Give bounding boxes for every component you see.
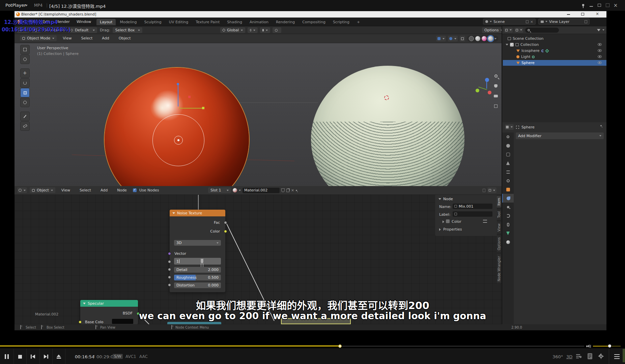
viewport-menu-object[interactable]: Object (115, 36, 134, 40)
color-swatch[interactable] (446, 219, 450, 223)
tab-object-icon[interactable] (502, 185, 514, 194)
outliner-row-collection[interactable]: Collection (506, 42, 539, 48)
minimize-icon[interactable] (590, 6, 593, 7)
outliner-row-sphere[interactable]: Sphere (516, 60, 535, 66)
tab-particles-icon[interactable] (502, 203, 514, 211)
tab-world-icon[interactable] (502, 176, 514, 185)
list-icon[interactable] (483, 220, 487, 223)
fullscreen-icon[interactable] (606, 3, 609, 7)
detail-slider[interactable]: Detail 2.000 (174, 267, 221, 273)
blender-minimize-icon[interactable] (567, 14, 570, 15)
tab-tool[interactable]: Tool (497, 209, 501, 220)
move-view-icon[interactable] (493, 83, 499, 89)
expand-icon[interactable] (439, 228, 441, 231)
proportional-edit-icon[interactable] (273, 27, 281, 33)
tool-measure[interactable] (20, 121, 30, 131)
outliner-filter-mode-icon[interactable] (515, 28, 523, 33)
tab-material-icon[interactable] (502, 238, 514, 246)
tab-shading[interactable]: Shading (224, 19, 246, 25)
eye-icon[interactable] (598, 49, 602, 52)
stop-button[interactable] (13, 349, 26, 364)
mode-dropdown[interactable]: Object Mode (20, 35, 57, 41)
subtitle-panel-icon[interactable] (588, 353, 592, 359)
expand-icon[interactable] (443, 220, 444, 223)
tab-item[interactable]: Item (497, 196, 501, 208)
camera-view-icon[interactable] (493, 93, 499, 99)
panel-collapse-icon[interactable] (438, 198, 441, 200)
tool-select-box[interactable] (20, 45, 30, 54)
tab-view[interactable]: View (497, 221, 501, 234)
settings-gear-icon[interactable] (598, 354, 604, 359)
tab-data-icon[interactable] (502, 229, 514, 238)
blender-restore-icon[interactable] (581, 13, 584, 16)
unlink-scene-icon[interactable]: × (530, 20, 533, 24)
pin-material-icon[interactable] (296, 190, 297, 191)
shading-wireframe-icon[interactable] (469, 36, 474, 41)
new-scene-icon[interactable] (526, 20, 529, 23)
tab-physics-icon[interactable] (502, 211, 514, 220)
shader-mode-dropdown[interactable]: Object (30, 187, 55, 193)
zoom-view-icon[interactable] (493, 73, 499, 79)
tab-scripting[interactable]: Scripting (330, 19, 353, 25)
viewport-3d[interactable]: User Perspective (1) Collection | Sphere (15, 43, 502, 186)
light-power-handle[interactable] (188, 96, 191, 98)
distortion-slider[interactable]: Distortion 0.000 (174, 282, 221, 288)
volume-remaining[interactable] (612, 346, 621, 346)
fake-user-shield-icon[interactable] (281, 188, 285, 192)
restore-icon[interactable] (598, 4, 601, 7)
snap-magnet-icon[interactable] (260, 27, 270, 33)
fac-socket[interactable] (224, 221, 227, 224)
add-modifier-dropdown[interactable]: Add Modifier (516, 132, 604, 139)
perspective-toggle-icon[interactable] (493, 103, 499, 109)
tool-transform[interactable] (20, 98, 30, 107)
properties-breadcrumb-icon[interactable] (505, 124, 514, 130)
outliner-search-input[interactable] (525, 28, 559, 33)
editor-type-icon[interactable] (17, 187, 27, 193)
gizmo-x-handle[interactable] (202, 107, 204, 109)
viewport-menu-view[interactable]: View (59, 36, 75, 40)
use-nodes-checkbox[interactable] (133, 188, 137, 192)
roughness-slider[interactable]: Roughness 0.500 (174, 275, 221, 280)
collection-checkbox[interactable] (510, 43, 514, 47)
tab-rendering[interactable]: Rendering (273, 19, 298, 25)
tab-compositing[interactable]: Compositing (299, 19, 329, 25)
shader-menu-add[interactable]: Add (97, 188, 111, 192)
color-socket[interactable] (224, 230, 227, 233)
scale-socket[interactable] (168, 260, 171, 263)
eye-icon[interactable] (598, 43, 602, 46)
viewport-menu-add[interactable]: Add (98, 36, 112, 40)
playlist-search-icon[interactable] (576, 354, 582, 359)
volume-knob[interactable] (608, 344, 611, 347)
copy-material-icon[interactable] (286, 189, 289, 192)
gizmo-x-ball[interactable] (488, 91, 491, 94)
node-label-field[interactable] (453, 211, 492, 217)
tab-layout[interactable]: Layout (96, 19, 116, 25)
snap-target-dropdown[interactable] (487, 187, 496, 193)
collapse-icon[interactable] (172, 212, 175, 214)
view-360-button[interactable]: 360° (552, 354, 563, 359)
previous-button[interactable] (26, 349, 39, 364)
vector-socket[interactable] (168, 252, 171, 255)
chevron-down-icon[interactable] (25, 5, 28, 6)
tool-annotate[interactable] (20, 112, 30, 121)
eject-button[interactable] (52, 349, 65, 364)
noise-node-header[interactable]: Noise Texture (170, 210, 225, 216)
outliner-row-scene-collection[interactable]: Scene Collection (508, 36, 543, 41)
transform-orientation-dropdown[interactable]: Global (220, 27, 245, 33)
tab-modeling[interactable]: Modeling (116, 19, 140, 25)
seek-remaining[interactable] (342, 346, 584, 346)
shading-solid-icon[interactable] (475, 36, 480, 41)
tab-modifiers-icon[interactable] (502, 194, 514, 203)
outliner-display-mode-icon[interactable] (504, 28, 513, 33)
tab-texture-paint[interactable]: Texture Paint (192, 19, 223, 25)
shader-menu-node[interactable]: Node (114, 188, 130, 192)
viewport-menu-select[interactable]: Select (78, 36, 96, 40)
gizmo-z-ball[interactable] (485, 78, 489, 82)
pin-icon[interactable] (600, 125, 602, 126)
tab-animation[interactable]: Animation (246, 19, 272, 25)
drag-dropdown[interactable]: Select Box (113, 27, 142, 33)
orientation-dropdown[interactable]: Default (68, 27, 97, 33)
roughness-socket[interactable] (168, 276, 171, 279)
shading-material-icon[interactable] (482, 36, 487, 41)
material-name-field[interactable]: Material.002 (243, 188, 280, 193)
